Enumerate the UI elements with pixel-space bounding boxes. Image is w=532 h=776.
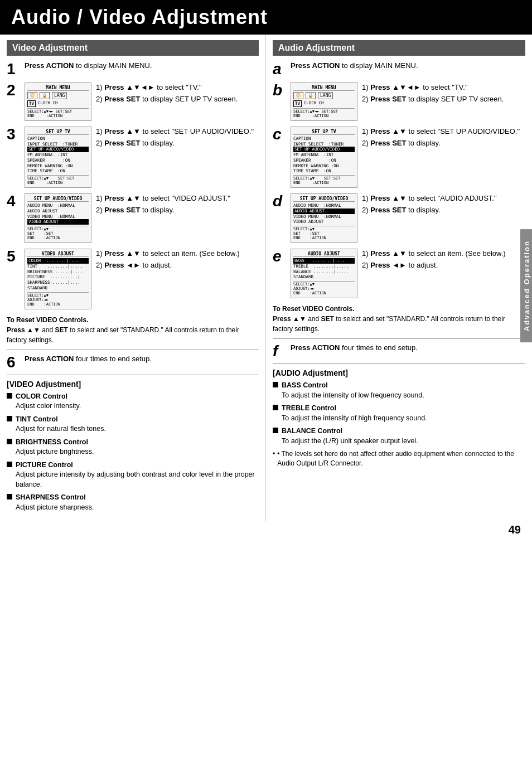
page-title: Audio / Video Adjustment bbox=[0, 0, 532, 35]
step-b-instructions: 1) Press ▲▼◄► to select "TV." 2) Press S… bbox=[362, 83, 525, 106]
video-adj-title: [VIDEO Adjustment] bbox=[7, 380, 259, 389]
adj-treble-text: TREBLE Control To adjust the intensity o… bbox=[282, 404, 427, 423]
screen-d-video-adj: VIDEO ADJUST bbox=[293, 219, 355, 225]
step-4-screen: SET UP AUDIO/VIDEO AUDIO MENU :NORMAL AU… bbox=[25, 193, 91, 243]
adj-color: COLOR Control Adjust color intensity. bbox=[7, 392, 259, 411]
screen-5-title: VIDEO ADJUST bbox=[27, 251, 89, 257]
adj-tint: TINT Control Adjust for natural flesh to… bbox=[7, 415, 259, 434]
screen-b-lock-icon: 🔒 bbox=[306, 92, 316, 99]
screen-4-title: SET UP AUDIO/VIDEO bbox=[27, 196, 89, 202]
screen-3-audio: SET UP AUDIO/VIDEO bbox=[27, 147, 89, 152]
screen-e-balance: BALANCE ........|..... bbox=[293, 269, 355, 275]
step-4-instructions: 1) Press ▲▼ to select "VIDEO ADJUST." 2)… bbox=[96, 193, 259, 217]
step-d-letter: d bbox=[273, 193, 286, 209]
sidebar-advanced-operation: Advanced Operation bbox=[520, 229, 532, 342]
adj-sharpness: SHARPNESS Control Adjust picture sharpne… bbox=[7, 493, 259, 512]
screen-5-standard: STANDARD bbox=[27, 285, 89, 291]
step-1-bold: Press ACTION bbox=[25, 61, 74, 70]
adj-tint-text: TINT Control Adjust for natural flesh to… bbox=[16, 415, 106, 434]
screen-select-2: SELECT:▲▼◄► SET:SETEND :ACTION bbox=[27, 108, 89, 118]
step-c-instructions: 1) Press ▲▼ to select "SET UP AUDIO/VIDE… bbox=[362, 127, 525, 150]
screen-4-video-adj: VIDEO ADJUST bbox=[27, 219, 89, 225]
screen-e-bass: BASS ........|..... bbox=[293, 258, 355, 264]
step-c-row: c SET UP TV CAPTION INPUT SELECT :TUNER … bbox=[273, 127, 525, 188]
video-section-header: Video Adjustment bbox=[7, 40, 259, 56]
adj-color-text: COLOR Control Adjust color intensity. bbox=[16, 392, 81, 411]
screen-select-4: SELECT:▲▼SET :SETEND :ACTION bbox=[27, 226, 89, 240]
video-reset-section: To Reset VIDEO Controls. Press ▲▼ and SE… bbox=[7, 315, 259, 345]
video-adjustment-section: Video Adjustment 1 Press ACTION to displ… bbox=[0, 35, 266, 521]
adj-brightness-text: BRIGHTNESS Control Adjust picture bright… bbox=[16, 438, 94, 457]
step-5-screen: VIDEO ADJUST COLOR ........|..... TINT .… bbox=[25, 249, 91, 309]
screen-3-input: INPUT SELECT :TUNER bbox=[27, 142, 89, 147]
adj-picture: PICTURE Control Adjust picture intensity… bbox=[7, 460, 259, 490]
step-5-row: 5 VIDEO ADJUST COLOR ........|..... TINT… bbox=[7, 249, 259, 309]
step-3-row: 3 SET UP TV CAPTION INPUT SELECT :TUNER … bbox=[7, 127, 259, 188]
screen-4-audio-adj: AUDIO ADJUST bbox=[27, 208, 89, 214]
adj-sharpness-text: SHARPNESS Control Adjust picture sharpne… bbox=[16, 493, 94, 512]
screen-select-5: SELECT:▲▼ADJUST:◄►END :ACTION bbox=[27, 292, 89, 307]
step-2-screen: MAIN MENU 📀 🔒 LANG TV CLOCK CH SELECT:▲▼… bbox=[25, 83, 91, 121]
step-d-row: d SET UP AUDIO/VIDEO AUDIO MENU :NORMAL … bbox=[273, 193, 525, 243]
step-5-instructions: 1) Press ▲▼ to select an item. (See belo… bbox=[96, 249, 259, 272]
step-f-row: f Press ACTION four times to end setup. bbox=[273, 343, 525, 359]
adj-balance-text: BALANCE Control To adjust the (L/R) unit… bbox=[282, 426, 418, 446]
divider-4 bbox=[273, 363, 525, 364]
screen-5-color: COLOR ........|..... bbox=[27, 258, 89, 264]
screen-e-standard: STANDARD bbox=[293, 274, 355, 280]
screen-5-bright: BRIGHTNESS ......|.... bbox=[27, 269, 89, 275]
step-a-letter: a bbox=[273, 61, 286, 77]
audio-reset-section: To Reset VIDEO Controls. Press ▲▼ and SE… bbox=[273, 304, 525, 334]
screen-3-fm: FM ANTENNA :INT bbox=[27, 152, 89, 158]
screen-row-tv: TV CLOCK CH bbox=[27, 100, 89, 107]
step-b-screen: MAIN MENU 📀 🔒 LANG TV CLOCK CH SELECT:▲▼… bbox=[291, 83, 357, 121]
screen-dvd-icon: 📀 bbox=[27, 92, 37, 99]
divider-2 bbox=[7, 375, 259, 375]
screen-c-speaker: SPEAKER :ON bbox=[293, 158, 355, 163]
screen-5-sharp: SHARPNESS ......|.... bbox=[27, 280, 89, 285]
step-4-number: 4 bbox=[7, 193, 20, 209]
screen-c-input: INPUT SELECT :TUNER bbox=[293, 142, 355, 147]
audio-note: • • The levels set here do not affect ot… bbox=[273, 449, 525, 468]
step-6-content: Press ACTION four times to end setup. bbox=[25, 355, 259, 363]
reset-title: To Reset VIDEO Controls. bbox=[7, 316, 88, 324]
screen-3-speaker: SPEAKER :ON bbox=[27, 158, 89, 163]
screen-c-audio: SET UP AUDIO/VIDEO bbox=[293, 147, 355, 152]
audio-adj-section: [AUDIO Adjustment] BASS Control To adjus… bbox=[273, 368, 525, 468]
bullet-tint bbox=[7, 416, 12, 421]
screen-4-audio-menu: AUDIO MENU :NORMAL bbox=[27, 203, 89, 208]
step-b-row: b MAIN MENU 📀 🔒 LANG TV CLOCK CH SELECT:… bbox=[273, 83, 525, 121]
step-6-number: 6 bbox=[7, 355, 20, 370]
step-1-number: 1 bbox=[7, 61, 20, 77]
screen-select-c: SELECT:▲▼ SET:SETEND :ACTION bbox=[293, 175, 355, 185]
step-2-row: 2 MAIN MENU 📀 🔒 LANG TV CLOCK CH SELECT:… bbox=[7, 83, 259, 121]
video-adj-section: [VIDEO Adjustment] COLOR Control Adjust … bbox=[7, 380, 259, 513]
divider-3 bbox=[273, 338, 525, 339]
screen-c-fm: FM ANTENNA :INT bbox=[293, 152, 355, 158]
step-4-row: 4 SET UP AUDIO/VIDEO AUDIO MENU :NORMAL … bbox=[7, 193, 259, 243]
step-3-screen: SET UP TV CAPTION INPUT SELECT :TUNER SE… bbox=[25, 127, 91, 188]
step-c-letter: c bbox=[273, 127, 286, 142]
adj-brightness: BRIGHTNESS Control Adjust picture bright… bbox=[7, 438, 259, 457]
step-3-instructions: 1) Press ▲▼ to select "SET UP AUDIO/VIDE… bbox=[96, 127, 259, 150]
step-d-screen: SET UP AUDIO/VIDEO AUDIO MENU :NORMAL AU… bbox=[291, 193, 357, 243]
bullet-balance bbox=[273, 428, 278, 433]
bullet-picture bbox=[7, 462, 12, 467]
screen-3-title: SET UP TV bbox=[27, 129, 89, 135]
screen-d-title: SET UP AUDIO/VIDEO bbox=[293, 196, 355, 202]
screen-b-tv: TV CLOCK CH bbox=[293, 100, 355, 107]
step-1-row: 1 Press ACTION to display MAIN MENU. bbox=[7, 61, 259, 77]
bullet-sharpness bbox=[7, 494, 12, 499]
step-2-number: 2 bbox=[7, 83, 20, 98]
screen-d-audio-menu: AUDIO MENU :NORMAL bbox=[293, 203, 355, 208]
screen-select-b: SELECT:▲▼◄► SET:SETEND :ACTION bbox=[293, 108, 355, 118]
bullet-treble bbox=[273, 405, 278, 410]
screen-c-time: TIME STAMP :ON bbox=[293, 168, 355, 174]
audio-adjustment-section: Audio Adjustment a Press ACTION to displ… bbox=[266, 35, 532, 521]
screen-e-treble: TREBLE ........|..... bbox=[293, 264, 355, 269]
adj-treble: TREBLE Control To adjust the intensity o… bbox=[273, 404, 525, 423]
screen-3-remote: REMOTE WARNING :ON bbox=[27, 163, 89, 169]
step-1-text: to display MAIN MENU. bbox=[74, 61, 152, 70]
step-1-content: Press ACTION to display MAIN MENU. bbox=[25, 61, 259, 70]
adj-picture-text: PICTURE Control Adjust picture intensity… bbox=[16, 460, 259, 490]
